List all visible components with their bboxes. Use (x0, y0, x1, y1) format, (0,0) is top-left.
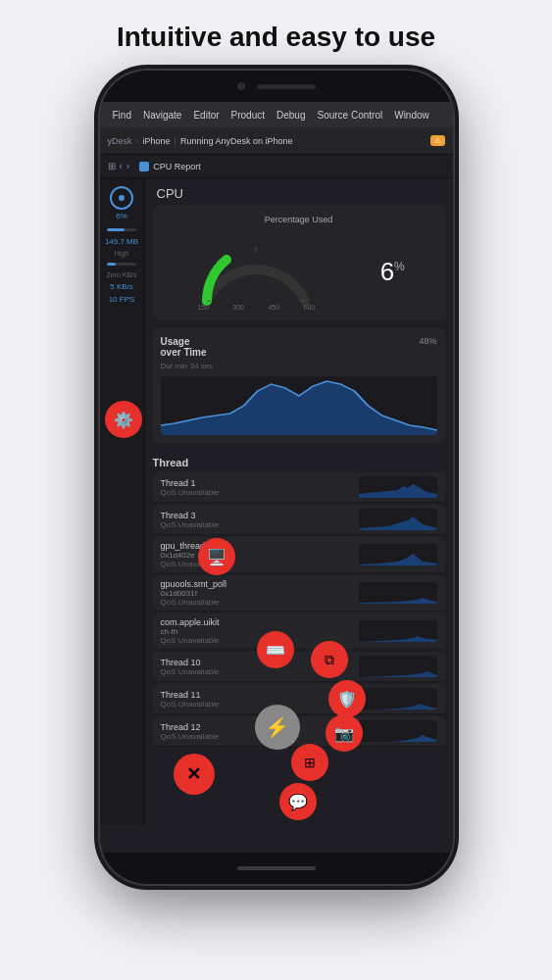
running-label: Running AnyDesk on iPhone (180, 136, 293, 146)
toolbar-icon-layout[interactable]: ⊞ (108, 161, 116, 172)
tick-300: 300 (232, 304, 244, 311)
menu-editor[interactable]: Editor (188, 108, 224, 122)
breadcrumb: yDesk › iPhone | Running AnyDesk on iPho… (108, 135, 445, 146)
gauge-svg (192, 232, 320, 311)
gauge-svg-wrap: 150 300 450 600 (192, 232, 320, 311)
thread-name-12: Thread 12 (161, 722, 359, 732)
toolbar-icons: ⊞ ‹ › (108, 161, 130, 172)
breadcrumb-anydesk: yDesk (108, 136, 132, 146)
speaker-grille (257, 84, 316, 89)
svg-marker-10 (359, 704, 437, 710)
menu-window[interactable]: Window (389, 108, 434, 122)
thread-name-uikit: com.apple.uikit (161, 617, 359, 627)
usage-percent: 48% (419, 336, 436, 346)
table-row: Thread 3 QoS Unavailable (153, 505, 445, 535)
table-row: Thread 1 QoS Unavailable (153, 472, 445, 503)
thread-name-smt: gpuools.smt_poll (161, 579, 359, 589)
svg-marker-5 (359, 516, 437, 530)
warning-badge: ⚠ (430, 135, 445, 146)
usage-chart-svg (161, 376, 437, 435)
menu-product[interactable]: Product (226, 108, 270, 122)
memory-bar-fill (107, 228, 125, 231)
cpu-ring (110, 186, 133, 210)
svg-marker-4 (359, 484, 437, 498)
cpu-header: CPU (145, 178, 453, 205)
thread-qos-uikit: QoS Unavailable (161, 636, 359, 645)
home-indicator (237, 866, 316, 870)
sidebar-cpu-stat: 6% (100, 184, 144, 222)
cpu-value: 6% (100, 212, 144, 220)
tab-icon (139, 162, 149, 172)
svg-marker-6 (359, 554, 437, 565)
rate2-value: 10 FPS (109, 295, 135, 304)
thread-id-smt: 0x1d0031f (161, 589, 359, 598)
thread-qos-gpu: QoS Unavailable (161, 560, 359, 568)
tick-150: 150 (197, 304, 209, 311)
table-row: Thread 10 QoS Unavailable (153, 652, 445, 682)
memory-bar (107, 228, 136, 231)
xcode-tabbar: ⊞ ‹ › CPU Report (100, 155, 453, 178)
usage-header: Usage over Time 48% (161, 336, 437, 358)
usage-meta: Dur min 34 sec (161, 362, 437, 370)
table-row: gpu_thread 0x1d402e QoS Unavailable (153, 537, 445, 573)
breadcrumb-iphone: iPhone (143, 136, 171, 146)
thread-section-title: Thread (145, 451, 453, 472)
thread-qos-smt: QoS Unavailable (161, 598, 359, 607)
quality-bar (107, 263, 136, 266)
thread-name-1: Thread 1 (161, 478, 359, 488)
thread-chart-10 (359, 656, 437, 677)
gauge-title: Percentage Used (163, 215, 435, 224)
svg-marker-11 (359, 735, 437, 742)
page-title: Intuitive and easy to use (0, 22, 552, 53)
usage-title-block: Usage over Time (161, 336, 207, 358)
usage-over-time-section: Usage over Time 48% Dur min 34 sec (153, 328, 445, 443)
xcode-main: 6% 149.7 MB High Zero KB/s 5 KB/s 10 FPS… (100, 178, 453, 825)
phone-mockup: Find Navigate Editor Product Debug Sourc… (100, 71, 453, 884)
cpu-content: CPU Percentage Used (145, 178, 453, 825)
menu-debug[interactable]: Debug (272, 108, 310, 122)
thread-chart-smt (359, 582, 437, 604)
thread-info-12: Thread 12 QoS Unavailable (161, 722, 359, 741)
gauge-container: 150 300 450 600 6% (163, 232, 435, 311)
menu-find[interactable]: Find (108, 108, 136, 122)
thread-chart-1 (359, 476, 437, 498)
gauge-ticks: 150 300 450 600 (192, 304, 320, 311)
thread-info-uikit: com.apple.uikit ch-th QoS Unavailable (161, 617, 359, 645)
menu-source-control[interactable]: Source Control (312, 108, 387, 122)
table-row: gpuools.smt_poll 0x1d0031f QoS Unavailab… (153, 575, 445, 612)
phone-bottom (100, 853, 453, 884)
thread-qos-12: QoS Unavailable (161, 732, 359, 741)
thread-id-uikit: ch-th (161, 627, 359, 636)
cpu-percent-value: 6 (380, 257, 394, 286)
gauge-section: Percentage Used (153, 205, 445, 320)
svg-marker-8 (359, 636, 437, 642)
memory-value: 149.7 MB (105, 237, 138, 246)
table-row: Thread 12 QoS Unavailable (153, 716, 445, 747)
thread-chart-3 (359, 509, 437, 530)
toolbar-icon-back[interactable]: ‹ (120, 161, 123, 172)
rate1-value: 5 KB/s (110, 282, 133, 291)
phone-screen: Find Navigate Editor Product Debug Sourc… (100, 102, 453, 853)
thread-qos-10: QoS Unavailable (161, 667, 359, 676)
table-row: Thread 11 QoS Unavailable (153, 684, 445, 714)
usage-chart (161, 376, 437, 435)
thread-chart-gpu (359, 544, 437, 565)
cpu-percent-unit: % (394, 260, 405, 273)
menu-navigate[interactable]: Navigate (138, 108, 186, 122)
tab-cpu-report[interactable]: CPU Report (129, 159, 211, 174)
svg-marker-7 (359, 598, 437, 604)
thread-name-gpu: gpu_thread (161, 541, 359, 551)
thread-info-smt: gpuools.smt_poll 0x1d0031f QoS Unavailab… (161, 579, 359, 607)
usage-title: Usage (161, 336, 207, 347)
thread-chart-uikit (359, 620, 437, 642)
svg-marker-9 (359, 671, 437, 677)
thread-name-10: Thread 10 (161, 658, 359, 667)
tick-600: 600 (303, 304, 315, 311)
thread-id-gpu: 0x1d402e (161, 551, 359, 560)
quality-label: High (115, 250, 128, 257)
thread-qos-3: QoS Unavailable (161, 520, 359, 529)
thread-name-3: Thread 3 (161, 511, 359, 520)
network-label: Zero KB/s (106, 271, 136, 278)
thread-info-10: Thread 10 QoS Unavailable (161, 658, 359, 676)
tab-label: CPU Report (153, 162, 201, 172)
